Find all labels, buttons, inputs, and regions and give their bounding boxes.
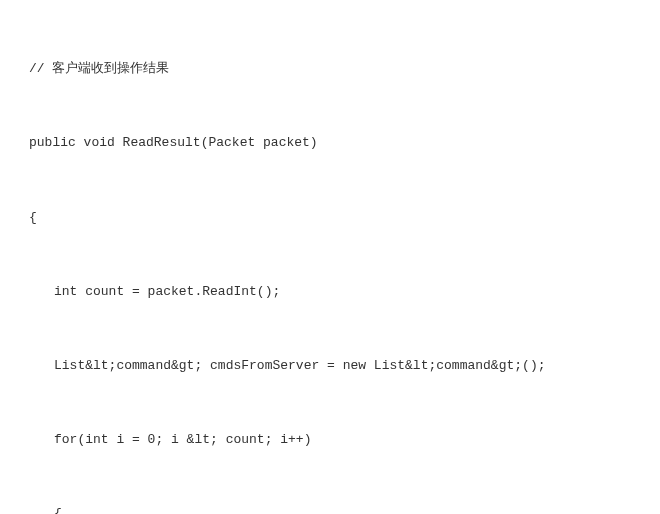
code-line: int count = packet.ReadInt(); (4, 280, 656, 305)
code-line: public void ReadResult(Packet packet) (4, 131, 656, 156)
code-line: { (4, 502, 656, 514)
code-line: for(int i = 0; i &lt; count; i++) (4, 428, 656, 453)
code-block: // 客户端收到操作结果 public void ReadResult(Pack… (4, 8, 656, 514)
code-line: List&lt;command&gt; cmdsFromServer = new… (4, 354, 656, 379)
code-line: { (4, 206, 656, 231)
code-line: // 客户端收到操作结果 (4, 57, 656, 82)
